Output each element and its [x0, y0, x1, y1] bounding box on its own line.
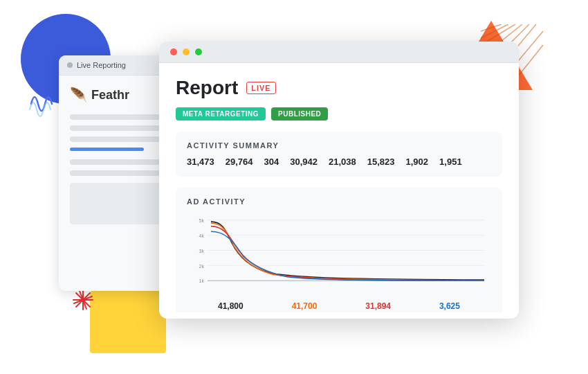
chart-num-1: 41,800	[218, 301, 244, 311]
chart-svg: 5k 4k 3k 2k 1k	[187, 213, 491, 296]
summary-num-4: 30,942	[290, 157, 318, 167]
meta-retargeting-tag: META RETARGETING	[176, 107, 266, 121]
summary-num-1: 31,473	[187, 157, 214, 167]
chart-bottom-numbers: 41,800 41,700 31,894 3,625	[187, 301, 491, 311]
svg-line-7	[515, 45, 543, 80]
tags-row: META RETARGETING PUBLISHED	[176, 107, 502, 121]
chart-num-4: 3,625	[439, 301, 460, 311]
ad-activity-chart: 5k 4k 3k 2k 1k	[187, 213, 491, 296]
activity-summary-section: ACTIVITY SUMMARY 31,473 29,764 304 30,94…	[176, 132, 502, 177]
feathr-logo-icon: 🪶	[70, 87, 87, 103]
main-browser-window: Report LIVE META RETARGETING PUBLISHED A…	[159, 42, 519, 319]
report-title: Report	[176, 77, 238, 99]
star-decoration	[69, 286, 97, 319]
ad-activity-title: AD ACTIVITY	[187, 197, 491, 206]
svg-text:1k: 1k	[199, 278, 205, 284]
svg-text:4k: 4k	[199, 233, 205, 239]
summary-num-8: 1,951	[439, 157, 462, 167]
summary-num-2: 29,764	[226, 157, 253, 167]
ad-activity-section: AD ACTIVITY 5k 4k 3k 2k 1k	[176, 188, 502, 312]
squiggle-decoration	[24, 83, 66, 127]
activity-summary-title: ACTIVITY SUMMARY	[187, 141, 491, 150]
summary-num-5: 21,038	[329, 157, 356, 167]
main-window-content: Report LIVE META RETARGETING PUBLISHED A…	[159, 63, 519, 312]
published-tag: PUBLISHED	[271, 107, 328, 121]
svg-text:2k: 2k	[199, 262, 205, 269]
yellow-rect-decoration	[90, 291, 166, 353]
main-titlebar	[159, 42, 519, 63]
close-dot	[170, 48, 177, 55]
feathr-logo-text: Feathr	[91, 88, 129, 103]
report-header: Report LIVE	[176, 77, 502, 99]
back-window-title: Live Reporting	[77, 61, 126, 69]
svg-text:5k: 5k	[199, 217, 205, 224]
back-blue-bar	[70, 148, 144, 151]
chart-num-3: 31,894	[365, 301, 391, 311]
minimize-dot	[183, 48, 190, 55]
summary-numbers-row: 31,473 29,764 304 30,942 21,038 15,823 1…	[187, 157, 491, 167]
summary-num-7: 1,902	[406, 157, 429, 167]
back-dot	[67, 62, 73, 68]
chart-num-2: 41,700	[292, 301, 318, 311]
svg-text:3k: 3k	[199, 248, 205, 254]
summary-num-6: 15,823	[367, 157, 395, 167]
summary-num-3: 304	[264, 157, 279, 167]
svg-line-0	[481, 24, 502, 31]
live-badge: LIVE	[246, 82, 275, 94]
maximize-dot	[195, 48, 202, 55]
